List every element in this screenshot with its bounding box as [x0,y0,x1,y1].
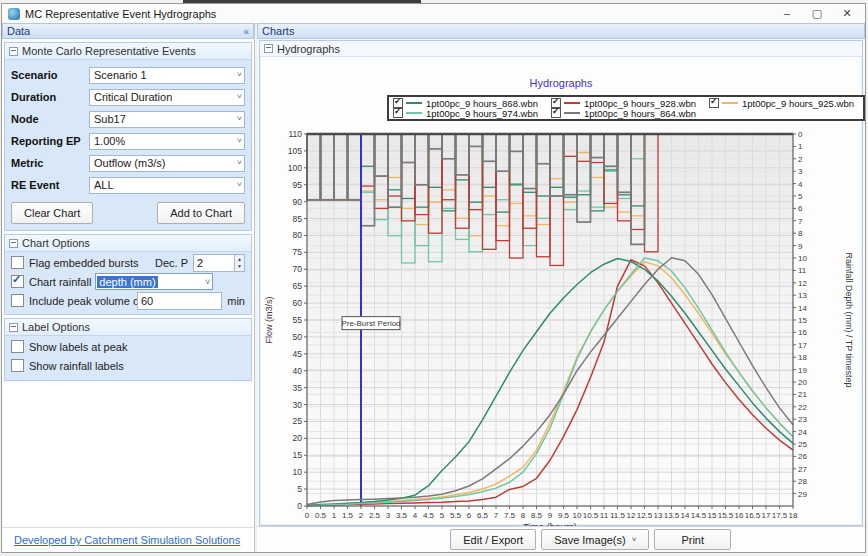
reporting-ep-label: Reporting EP [11,135,89,147]
svg-text:12: 12 [798,279,807,288]
chevron-down-icon: ˅ [237,159,242,167]
svg-text:0: 0 [305,511,310,520]
svg-text:90: 90 [293,197,303,207]
svg-text:Flow (m3/s): Flow (m3/s) [264,296,274,343]
scenario-label: Scenario [11,69,89,81]
re-event-value: ALL [94,179,114,191]
print-button[interactable]: Print [654,529,731,550]
svg-text:17: 17 [798,341,807,350]
legend-item[interactable]: 1pt00pc_9 hours_868.wbn [393,98,538,108]
developer-link[interactable]: Developed by Catchment Simulation Soluti… [14,534,240,546]
svg-text:28: 28 [798,477,807,486]
data-panel-header: Data « [2,23,254,39]
svg-text:5: 5 [798,192,803,201]
svg-text:17.5: 17.5 [772,511,788,520]
legend-item[interactable]: 1pt00pc_9 hours_974.wbn [393,108,538,118]
reporting-ep-select[interactable]: 1.00% ˅ [89,133,245,150]
maximize-button[interactable]: ▢ [803,5,831,22]
legend-checkbox[interactable] [709,98,719,108]
charts-bottom-bar: Edit / Export Save Image(s) ˅ Print [257,526,865,552]
collapse-group-icon[interactable] [9,239,18,248]
collapse-panel-icon[interactable]: « [243,26,249,37]
hydrographs-group-header[interactable]: Hydrographs [260,41,862,57]
svg-text:4.5: 4.5 [423,511,435,520]
peak-minutes-input[interactable]: 60 [137,292,222,310]
svg-text:10: 10 [293,467,303,477]
legend-item[interactable]: 1pt00pc_9 hours_928.wbn [551,98,696,108]
svg-text:3: 3 [386,511,391,520]
reporting-ep-value: 1.00% [94,135,125,147]
svg-text:18: 18 [789,511,798,520]
svg-text:70: 70 [293,264,303,274]
labels-at-peak-label: Show labels at peak [29,341,127,353]
save-images-button[interactable]: Save Image(s) ˅ [541,529,649,550]
re-event-select[interactable]: ALL ˅ [89,177,245,194]
node-select[interactable]: Sub17 ˅ [89,111,245,128]
flag-embedded-checkbox[interactable] [11,256,24,269]
scenario-select[interactable]: Scenario 1 ˅ [89,67,245,84]
duration-row: Duration Critical Duration ˅ [11,86,245,108]
svg-text:5: 5 [297,484,302,494]
svg-text:45: 45 [293,349,303,359]
edit-export-button[interactable]: Edit / Export [450,529,536,550]
svg-text:15: 15 [798,316,807,325]
svg-text:6: 6 [798,204,803,213]
dec-p-spinner[interactable]: 2 ▲▼ [193,254,245,272]
legend-item[interactable]: 1pt00pc_9 hours_925.wbn [709,98,854,108]
screen: MC Representative Event Hydrographs – ▢ … [0,0,868,556]
chevron-down-icon: ˅ [632,535,637,544]
chart-options-header[interactable]: Chart Options [5,235,251,252]
collapse-group-icon[interactable] [9,323,18,332]
clear-chart-button[interactable]: Clear Chart [11,202,93,224]
charts-panel-title: Charts [262,25,294,37]
svg-text:19: 19 [798,366,807,375]
monte-carlo-group-header[interactable]: Monte Carlo Representative Events [5,43,251,60]
svg-text:9: 9 [548,511,553,520]
legend-item[interactable]: 1pt00pc_9 hours_864.wbn [551,108,696,118]
svg-text:15: 15 [293,450,303,460]
metric-label: Metric [11,157,89,169]
svg-text:3.5: 3.5 [396,511,408,520]
svg-text:14: 14 [681,511,690,520]
svg-text:25: 25 [293,416,303,426]
close-button[interactable]: ✕ [833,5,861,22]
labels-at-peak-row: Show labels at peak [5,338,251,355]
duration-select[interactable]: Critical Duration ˅ [89,89,245,106]
app-icon [8,8,20,20]
labels-at-peak-checkbox[interactable] [11,340,24,353]
rainfall-labels-row: Show rainfall labels [5,357,251,374]
spinner-arrows-icon[interactable]: ▲▼ [235,254,245,272]
chevron-down-icon: ˅ [237,137,242,145]
collapse-group-icon[interactable] [9,47,18,56]
rainfall-mode-select[interactable]: depth (mm) ˅ [95,273,213,290]
svg-text:7: 7 [494,511,499,520]
legend-checkbox[interactable] [551,108,561,118]
label-options-header[interactable]: Label Options [5,319,251,336]
svg-text:3: 3 [798,167,803,176]
svg-text:2: 2 [359,511,364,520]
add-to-chart-button[interactable]: Add to Chart [157,202,245,224]
rainfall-labels-checkbox[interactable] [11,359,24,372]
chevron-down-icon: ˅ [237,181,242,189]
metric-select[interactable]: Outflow (m3/s) ˅ [89,155,245,172]
include-peak-checkbox[interactable] [11,294,24,307]
minimize-button[interactable]: – [773,5,801,22]
legend-label: 1pt00pc_9 hours_974.wbn [426,108,538,119]
svg-text:29: 29 [798,490,807,499]
svg-text:4: 4 [798,180,803,189]
legend-checkbox[interactable] [393,108,403,118]
chart-rainfall-checkbox[interactable] [11,275,24,288]
chart-area: Hydrographs 1pt00pc_9 hours_868.wbn 1pt0… [261,57,861,524]
svg-text:40: 40 [293,366,303,376]
reporting-ep-row: Reporting EP 1.00% ˅ [11,130,245,152]
node-value: Sub17 [94,113,126,125]
re-event-label: RE Event [11,179,89,191]
svg-text:12.5: 12.5 [637,511,653,520]
legend-label: 1pt00pc_9 hours_864.wbn [584,108,696,119]
collapse-group-icon[interactable] [264,44,273,53]
svg-text:105: 105 [288,146,302,156]
svg-text:16: 16 [735,511,744,520]
svg-text:6: 6 [467,511,472,520]
dec-p-value[interactable]: 2 [193,254,235,272]
hydrograph-chart: Pre-Burst Period00.511.522.533.544.555.5… [261,121,867,545]
